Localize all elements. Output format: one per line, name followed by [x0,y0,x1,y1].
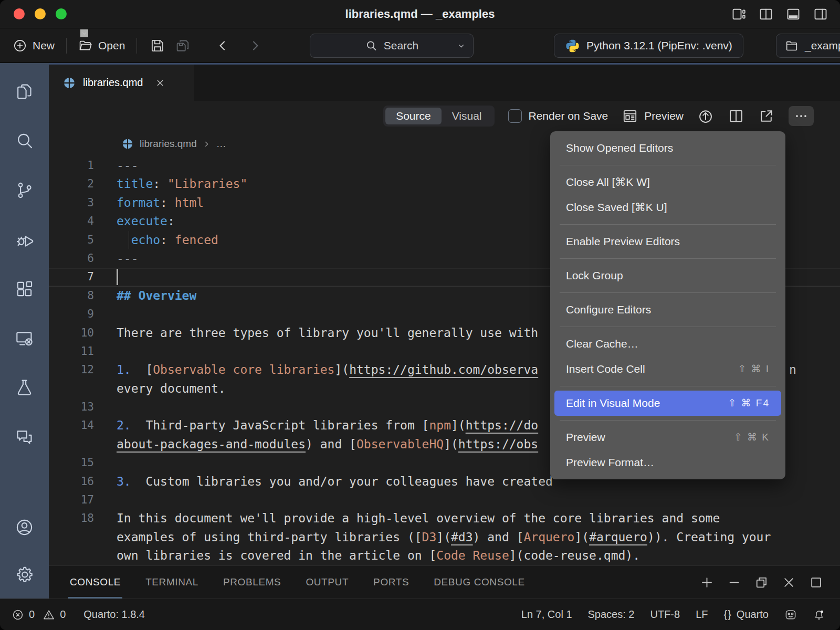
maximize-window-button[interactable] [56,8,67,19]
notifications-bell-icon[interactable] [813,608,825,621]
forward-button[interactable] [246,37,264,55]
render-circle-arrow-icon[interactable] [697,108,714,124]
sidebar-item-explorer[interactable] [8,75,41,108]
feedback-smiley-icon[interactable] [784,608,797,621]
indentation-status[interactable]: Spaces: 2 [588,608,635,621]
layout-grid-icon[interactable] [731,6,747,22]
line-number: 1 [49,156,94,175]
text-cursor [117,269,118,285]
line-number: 5 [49,231,94,249]
chevron-down-icon[interactable] [457,41,466,50]
split-columns-icon[interactable] [758,6,774,22]
global-search-box[interactable]: Search [310,34,474,58]
extensions-icon [15,279,34,299]
language-mode-status[interactable]: {} Quarto [723,608,769,621]
menu-item-lock-group[interactable]: Lock Group [554,263,781,288]
titlebar: libraries.qmd — _examples [0,0,840,28]
beaker-icon [15,378,34,397]
sidebar-item-comments[interactable] [8,420,41,454]
menu-item-enable-preview-editors[interactable]: Enable Preview Editors [554,229,781,254]
open-button[interactable]: Open [78,38,125,53]
sidebar-item-run-debug[interactable] [8,223,41,256]
quarto-file-icon [121,138,134,150]
plus-icon[interactable] [700,575,714,590]
tab-label: libraries.qmd [83,77,143,89]
menu-item-clear-cache[interactable]: Clear Cache… [554,331,781,356]
panel-tab-output[interactable]: OUTPUT [306,566,349,598]
error-count: 0 [29,608,35,621]
line-number: 17 [49,491,94,509]
menu-separator [560,165,776,165]
sidebar-item-source-control[interactable] [8,173,41,207]
tab-libraries-qmd[interactable]: libraries.qmd [49,65,194,101]
save-all-button[interactable] [174,37,192,55]
code-line-17[interactable]: 17 [49,491,840,509]
open-external-icon[interactable] [758,108,775,124]
back-button[interactable] [214,37,232,55]
debug-icon [15,230,34,249]
new-label: New [33,39,55,52]
panel-tab-debug-console[interactable]: DEBUG CONSOLE [434,566,525,598]
menu-separator [560,292,776,293]
close-icon[interactable] [782,575,796,590]
panel-tab-ports[interactable]: PORTS [373,566,409,598]
code-line-wrap[interactable]: examples of using third-party libraries … [49,528,840,547]
panel-tab-terminal[interactable]: TERMINAL [145,566,198,598]
panel-bottom-icon[interactable] [785,6,801,22]
divider [136,38,137,54]
menu-item-configure-editors[interactable]: Configure Editors [554,297,781,322]
sidebar-item-testing[interactable] [8,371,41,404]
line-number: 18 [49,509,94,528]
code-line-18[interactable]: 18In this document we'll provide a high-… [49,509,840,528]
warning-icon [43,608,55,621]
sidebar-item-extensions[interactable] [8,272,41,306]
render-on-save-label: Render on Save [529,110,608,122]
menu-item-show-opened-editors[interactable]: Show Opened Editors [554,135,781,161]
menu-item-label: Enable Preview Editors [566,229,680,254]
visual-mode-button[interactable]: Visual [442,108,492,124]
render-on-save-checkbox[interactable] [508,109,522,123]
editor-action-bar: Source Visual Render on Save Preview [49,101,840,131]
eol-status[interactable]: LF [696,608,708,621]
line-number [49,547,94,565]
quarto-version-status[interactable]: Quarto: 1.8.4 [83,608,145,621]
save-button[interactable] [149,37,166,55]
minimize-dash-icon[interactable] [727,575,741,590]
split-editor-icon[interactable] [728,108,744,124]
preview-button[interactable]: Preview [622,108,684,124]
interpreter-selector[interactable]: Python 3.12.1 (PipEnv: .venv) [554,34,743,58]
problems-status[interactable]: 0 0 [12,608,66,621]
sidebar-item-console-sessions[interactable] [8,321,41,355]
menu-item-close-all-k-w[interactable]: Close All [⌘K W] [554,170,781,195]
code-line-wrap[interactable]: own libraries is covered in the article … [49,547,840,565]
titlebar-layout-actions [731,6,828,22]
editor-context-menu: Show Opened EditorsClose All [⌘K W]Close… [550,131,785,479]
line-number: 9 [49,305,94,323]
sidebar-item-account[interactable] [8,510,41,544]
line-number [49,380,94,398]
close-window-button[interactable] [14,8,25,19]
maximize-square-icon[interactable] [809,575,823,590]
window-controls [14,8,67,19]
breadcrumb-file[interactable]: libraries.qmd [140,138,197,150]
more-actions-button[interactable] [789,106,814,126]
menu-item-edit-in-visual-mode[interactable]: Edit in Visual Mode⇧ ⌘ F4 [554,391,781,416]
cursor-position-status[interactable]: Ln 7, Col 1 [521,608,572,621]
menu-item-preview[interactable]: Preview⇧ ⌘ K [554,425,781,450]
menu-item-preview-format[interactable]: Preview Format… [554,450,781,475]
panel-tab-problems[interactable]: PROBLEMS [223,566,281,598]
menu-item-close-saved-k-u[interactable]: Close Saved [⌘K U] [554,195,781,220]
encoding-status[interactable]: UTF-8 [650,608,680,621]
sidebar-item-settings[interactable] [8,558,41,591]
project-selector[interactable]: _examples [776,34,840,58]
menu-item-insert-code-cell[interactable]: Insert Code Cell⇧ ⌘ I [554,356,781,382]
sidebar-item-search[interactable] [8,124,41,158]
new-button[interactable]: New [13,38,55,53]
source-mode-button[interactable]: Source [385,108,442,124]
close-tab-icon[interactable] [155,78,165,88]
breadcrumb-more[interactable]: … [216,138,226,150]
panel-tab-console[interactable]: CONSOLE [70,566,121,598]
panel-right-icon[interactable] [813,6,828,22]
restore-icon[interactable] [754,575,769,590]
minimize-window-button[interactable] [35,8,46,19]
